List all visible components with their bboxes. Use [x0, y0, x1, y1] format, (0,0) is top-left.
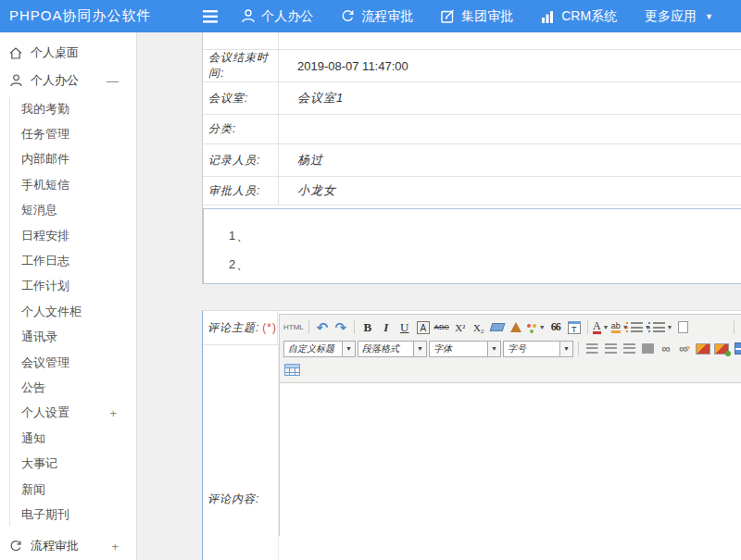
color-picker-button[interactable]: ▼ — [526, 318, 546, 336]
paragraph-format-select[interactable]: 段落格式▼ — [358, 341, 427, 357]
sidebar-item-big-events[interactable]: 大事记 — [0, 452, 137, 477]
remove-link-button[interactable]: ∞? — [676, 340, 693, 357]
sidebar-item-task-management[interactable]: 任务管理 — [0, 121, 137, 146]
nav-label: 更多应用 — [645, 8, 697, 25]
paste-as-text-button[interactable]: T — [566, 318, 583, 336]
sidebar-item-personal-settings[interactable]: 个人设置 + — [0, 401, 137, 426]
sidebar-item-meeting-management[interactable]: 会议管理 — [0, 350, 137, 375]
expand-icon[interactable]: + — [109, 406, 117, 420]
sidebar-item-personal-files[interactable]: 个人文件柜 — [0, 299, 137, 324]
form-row-meeting-room: 会议室: 会议室1 — [203, 81, 741, 114]
sidebar-item-personal-office[interactable]: 个人办公 — — [0, 67, 137, 94]
italic-icon[interactable]: I — [378, 318, 395, 336]
font-style-icon[interactable]: A — [417, 321, 430, 334]
sidebar-item-label: 任务管理 — [21, 126, 69, 143]
insert-media-button[interactable] — [732, 340, 741, 357]
insert-image-button[interactable] — [695, 340, 711, 357]
highlight-icon: ab — [611, 322, 621, 333]
justify-icon — [642, 343, 654, 354]
sidebar-item-work-plan[interactable]: 工作计划 — [0, 274, 137, 299]
form-row-recorder: 记录人员: 杨过 — [203, 143, 741, 176]
nav-label: CRM系统 — [561, 8, 617, 25]
caret-down-icon: ▼ — [560, 341, 573, 357]
nav-group-approval[interactable]: 集团审批 — [441, 8, 513, 25]
insert-link-button[interactable]: ∞ — [658, 340, 674, 357]
sidebar-item-e-journal[interactable]: 电子期刊 — [0, 502, 137, 527]
toolbar-divider — [354, 320, 355, 334]
superscript-icon[interactable]: X² — [452, 318, 469, 336]
paste-text-icon: T — [568, 321, 581, 334]
align-center-button[interactable] — [602, 340, 619, 357]
align-right-button[interactable] — [621, 340, 637, 357]
meeting-memo-box: 1、 2、 — [203, 208, 741, 284]
insert-table-button[interactable] — [283, 361, 300, 379]
sidebar-item-contacts[interactable]: 通讯录 — [0, 325, 137, 350]
sidebar-item-my-attendance[interactable]: 我的考勤 — [0, 96, 137, 121]
sidebar-item-notification[interactable]: 通知 — [0, 426, 137, 451]
sidebar-item-label: 个人文件柜 — [21, 304, 82, 320]
nav-more-apps[interactable]: 更多应用 ▼ — [645, 8, 713, 25]
new-page-button[interactable] — [675, 318, 692, 336]
font-family-select[interactable]: 字体▼ — [429, 341, 501, 357]
collapse-icon[interactable]: — — [107, 74, 119, 88]
sidebar-item-label: 流程审批 — [31, 538, 79, 554]
sidebar-item-label: 电子期刊 — [21, 506, 69, 523]
subscript-icon[interactable]: X₂ — [471, 318, 487, 336]
sidebar-item-label: 个人设置 — [21, 404, 69, 421]
sidebar-item-mobile-sms[interactable]: 手机短信 — [0, 172, 137, 197]
menu-icon[interactable] — [200, 5, 222, 29]
field-value: 杨过 — [278, 144, 741, 176]
memo-line: 1、 — [229, 228, 741, 244]
justify-button[interactable] — [639, 340, 656, 357]
caret-down-icon: ▼ — [705, 12, 713, 21]
html-source-button[interactable]: HTML — [283, 318, 304, 336]
sidebar-item-label: 公告 — [21, 380, 45, 396]
toolbar-divider — [308, 320, 309, 334]
field-value: 会议室1 — [278, 82, 741, 114]
sidebar-item-short-message[interactable]: 短消息 — [0, 198, 137, 223]
sidebar-item-workflow-approval[interactable]: 流程审批 + — [0, 532, 137, 560]
sidebar-item-work-log[interactable]: 工作日志 — [0, 248, 137, 273]
remove-format-icon[interactable] — [489, 318, 506, 336]
align-left-button[interactable] — [584, 340, 600, 357]
user-icon — [242, 9, 255, 23]
bold-icon[interactable]: B — [359, 318, 376, 336]
sidebar-item-announcement[interactable]: 公告 — [0, 375, 137, 400]
blockquote-icon[interactable]: 66 — [547, 318, 564, 336]
image-upload-icon — [714, 343, 729, 355]
format-brush-icon[interactable] — [508, 318, 524, 336]
toolbar-row-3 — [283, 359, 741, 380]
rich-text-editor: HTML ↶ ↷ B I U A ABC X² X₂ ▼ — [279, 314, 741, 536]
upload-image-button[interactable] — [713, 340, 730, 357]
nav-crm-system[interactable]: CRM系统 — [541, 8, 617, 25]
nav-workflow-approval[interactable]: 流程审批 — [341, 8, 413, 25]
edit-icon — [441, 9, 455, 23]
align-right-icon — [623, 343, 635, 354]
expand-icon[interactable]: + — [111, 540, 119, 554]
sidebar-item-label: 大事记 — [21, 455, 57, 472]
strikethrough-icon[interactable]: ABC — [433, 318, 450, 336]
caret-down-icon: ▼ — [603, 324, 609, 330]
redo-icon[interactable]: ↷ — [333, 318, 349, 336]
sidebar-item-schedule[interactable]: 日程安排 — [0, 223, 137, 248]
caret-down-icon: ▼ — [414, 341, 427, 357]
nav-personal-office[interactable]: 个人办公 — [242, 8, 313, 25]
editor-content-area[interactable] — [280, 383, 741, 538]
flow-icon — [341, 9, 355, 23]
undo-icon[interactable]: ↶ — [314, 318, 331, 336]
sidebar-item-label: 会议管理 — [21, 355, 69, 371]
sidebar-item-internal-mail[interactable]: 内部邮件 — [0, 147, 137, 172]
align-center-icon — [605, 343, 617, 354]
caret-down-icon: ▼ — [539, 324, 546, 330]
comment-subject-label: 评论主题: (*) — [203, 311, 278, 344]
sidebar-item-news[interactable]: 新闻 — [0, 477, 137, 502]
sidebar-item-desktop[interactable]: 个人桌面 — [0, 39, 137, 67]
font-size-select[interactable]: 字号▼ — [503, 341, 573, 357]
sidebar-item-label: 短消息 — [21, 202, 57, 218]
plus-badge — [725, 351, 731, 356]
font-color-button[interactable]: A▼ — [593, 318, 609, 336]
unordered-list-button[interactable]: ▼ — [653, 318, 673, 336]
custom-heading-select[interactable]: 自定义标题▼ — [283, 341, 356, 357]
nav-label: 集团审批 — [461, 8, 513, 25]
underline-icon[interactable]: U — [396, 318, 413, 336]
